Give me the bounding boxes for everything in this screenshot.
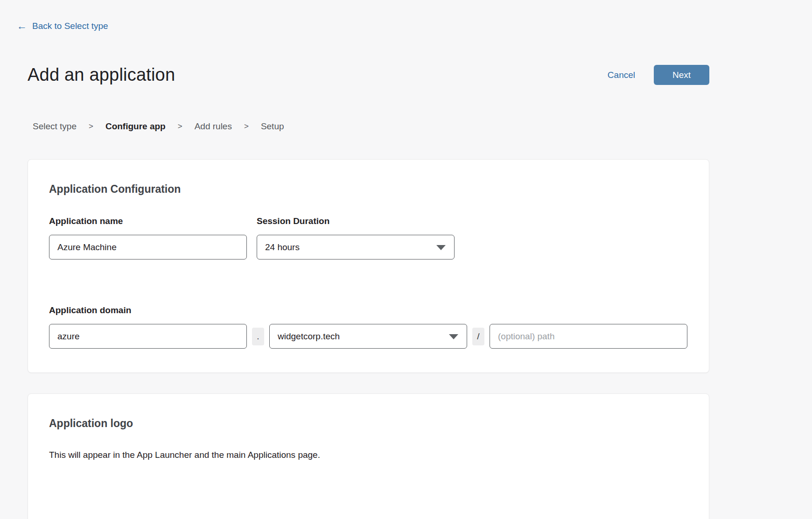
path-input[interactable] [490, 324, 687, 349]
back-link-label: Back to Select type [32, 21, 108, 31]
back-arrow-icon: ← [17, 21, 27, 31]
breadcrumb: Select type > Configure app > Add rules … [33, 121, 812, 132]
application-name-input[interactable] [49, 235, 247, 260]
session-duration-select[interactable]: 24 hours [257, 235, 455, 260]
name-duration-row: Application name Session Duration 24 hou… [49, 216, 688, 260]
session-duration-field-group: Session Duration 24 hours [257, 216, 455, 260]
application-domain-label: Application domain [49, 305, 688, 316]
domain-select-value: widgetcorp.tech [278, 331, 340, 342]
application-configuration-card: Application Configuration Application na… [28, 159, 709, 373]
next-button[interactable]: Next [654, 65, 709, 85]
breadcrumb-separator: > [89, 122, 93, 131]
application-name-field-group: Application name [49, 216, 247, 260]
back-row: ← Back to Select type [17, 0, 812, 31]
cancel-button[interactable]: Cancel [608, 70, 635, 80]
application-logo-card: Application logo This will appear in the… [28, 393, 709, 519]
logo-card-description: This will appear in the App Launcher and… [49, 450, 688, 460]
chevron-down-icon [436, 245, 446, 250]
back-to-select-type-link[interactable]: ← Back to Select type [17, 21, 108, 31]
session-duration-label: Session Duration [257, 216, 455, 226]
chevron-down-icon [449, 334, 458, 339]
session-duration-value: 24 hours [265, 242, 300, 252]
breadcrumb-setup[interactable]: Setup [261, 121, 284, 132]
dot-separator: . [252, 328, 264, 345]
configuration-card-title: Application Configuration [49, 183, 688, 196]
subdomain-input[interactable] [49, 324, 247, 349]
breadcrumb-configure-app[interactable]: Configure app [105, 121, 166, 132]
header-actions: Cancel Next [608, 65, 709, 85]
application-name-label: Application name [49, 216, 247, 226]
slash-separator: / [472, 328, 484, 345]
breadcrumb-select-type[interactable]: Select type [33, 121, 77, 132]
breadcrumb-add-rules[interactable]: Add rules [195, 121, 232, 132]
domain-select[interactable]: widgetcorp.tech [269, 324, 467, 349]
page-title: Add an application [28, 65, 175, 85]
logo-card-title: Application logo [49, 417, 688, 430]
breadcrumb-separator: > [178, 122, 182, 131]
page-header: Add an application Cancel Next [28, 65, 709, 85]
breadcrumb-separator: > [244, 122, 249, 131]
application-domain-row: . widgetcorp.tech / [49, 324, 688, 349]
